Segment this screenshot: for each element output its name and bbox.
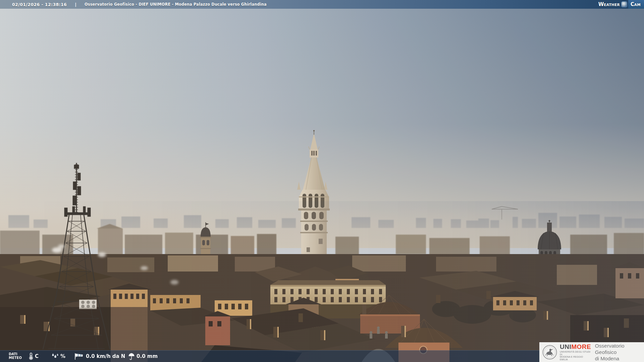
- rain-value: 0.0 mm: [137, 353, 158, 359]
- unimore-logo[interactable]: UNIMORE UNIVERSITÀ DEGLI STUDI DIMODENA …: [539, 342, 644, 362]
- humidity-value: %: [60, 353, 65, 359]
- unimore-wordmark: UNIMORE UNIVERSITÀ DEGLI STUDI DIMODENA …: [560, 344, 591, 361]
- temperature-value: C: [35, 353, 39, 359]
- stream-title: Osservatorio Geofisico - DIEF UNIMORE - …: [85, 2, 267, 7]
- datetime-text: 02/01/2026 - 12:38:16: [12, 2, 67, 7]
- camera-orb-icon: [621, 1, 627, 7]
- university-name: UNIVERSITÀ DEGLI STUDI DIMODENA E REGGIO…: [560, 351, 591, 361]
- header-bar: 02/01/2026 - 12:38:16 | Osservatorio Geo…: [0, 0, 644, 9]
- humidity-drops-icon: [51, 353, 59, 360]
- weathercam-weather-text: WEATHER: [598, 1, 620, 7]
- header-separator: |: [75, 2, 76, 7]
- thermometer-icon: [29, 352, 33, 360]
- brand-uni-text: UNI: [560, 343, 571, 350]
- haze-overlay: [0, 0, 644, 362]
- weathercam-logo[interactable]: WEATHER CAM: [598, 0, 644, 9]
- brand-more-text: MORE: [571, 343, 591, 350]
- windsock-icon: [74, 353, 84, 360]
- weathercam-cam-badge: CAM: [628, 0, 644, 9]
- unimore-seal-icon: [542, 345, 557, 360]
- observatory-name: Osservatorio Geofisicodi Modena: [595, 343, 644, 362]
- wind-value: 0.0 km/h da N: [86, 353, 125, 359]
- webcam-page: { "header": { "datetime": "02/01/2026 - …: [0, 0, 644, 362]
- webcam-image: [0, 0, 644, 362]
- umbrella-icon: [128, 353, 135, 360]
